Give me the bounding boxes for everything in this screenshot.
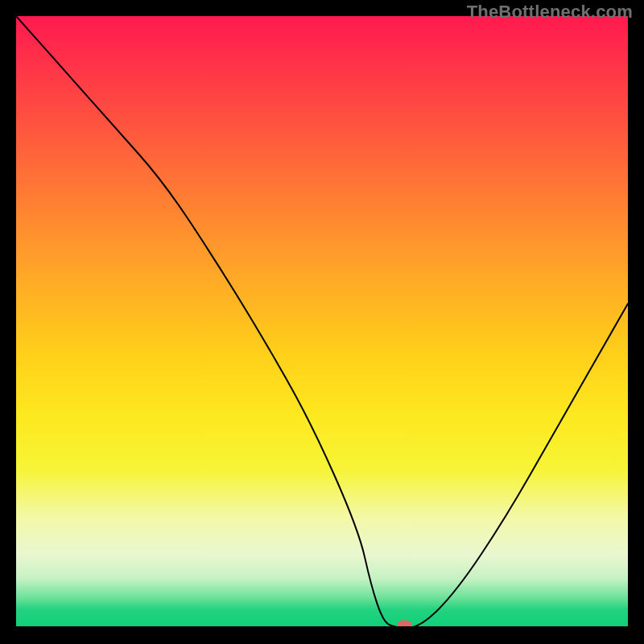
chart-frame: TheBottleneck.com [0,0,644,644]
plot-area [16,16,628,628]
x-axis-baseline [16,626,628,628]
curve-layer [16,16,628,628]
bottleneck-curve [16,16,628,628]
watermark-text: TheBottleneck.com [467,2,633,23]
